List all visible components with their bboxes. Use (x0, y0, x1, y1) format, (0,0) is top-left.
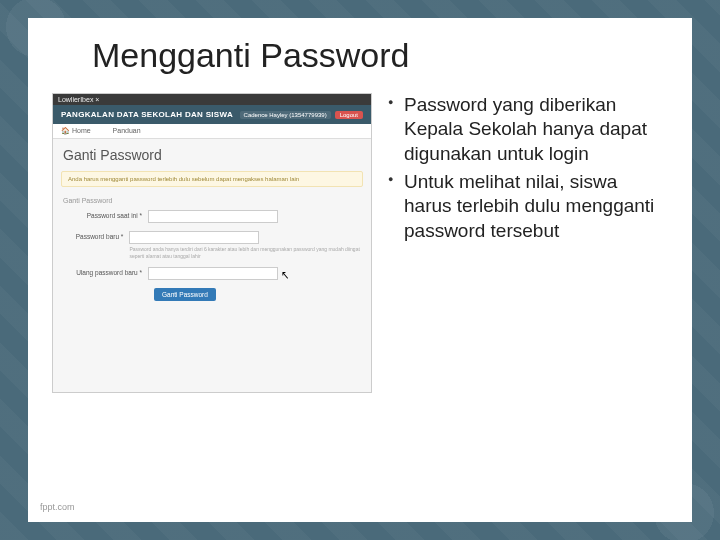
nav-tabs: 🏠 Home Panduan (53, 124, 371, 139)
cursor-icon: ↖ (281, 268, 289, 281)
bullet-item-2: Untuk melihat nilai, siswa harus terlebi… (404, 170, 668, 243)
row-repeat-password: Ulang password baru * (63, 267, 361, 280)
label-new: Password baru * (63, 231, 129, 240)
app-title: PANGKALAN DATA SEKOLAH DAN SISWA (61, 110, 233, 119)
label-current: Password saat ini * (63, 210, 148, 219)
submit-button[interactable]: Ganti Password (154, 288, 216, 301)
bullet-list: Password yang diberikan Kepala Sekolah h… (386, 93, 668, 393)
tab-panduan[interactable]: Panduan (113, 127, 141, 134)
bullet-item-1: Password yang diberikan Kepala Sekolah h… (404, 93, 668, 166)
password-form: Password saat ini * Password baru * Pass… (53, 206, 371, 305)
helper-new-password: Password anda hanya terdiri dari 6 karak… (129, 246, 361, 259)
tab-home-label: Home (72, 127, 91, 134)
logout-button[interactable]: Logout (335, 111, 363, 119)
alert-box: Anda harus mengganti password terlebih d… (61, 171, 363, 187)
section-label: Ganti Password (53, 191, 371, 206)
footer-credit: fppt.com (40, 502, 75, 512)
tab-home[interactable]: 🏠 Home (61, 127, 101, 134)
embedded-screenshot: LowlierIbex × PANGKALAN DATA SEKOLAH DAN… (52, 93, 372, 393)
input-repeat-password[interactable] (148, 267, 278, 280)
slide-body: Mengganti Password LowlierIbex × PANGKAL… (28, 18, 692, 522)
label-repeat: Ulang password baru * (63, 267, 148, 276)
user-badge: Cadence Hayley (1354779939) (240, 111, 331, 119)
app-banner: PANGKALAN DATA SEKOLAH DAN SISWA Cadence… (53, 105, 371, 124)
row-current-password: Password saat ini * (63, 210, 361, 223)
input-new-password[interactable] (129, 231, 259, 244)
row-new-password: Password baru * Password anda hanya terd… (63, 231, 361, 259)
input-current-password[interactable] (148, 210, 278, 223)
browser-tab: LowlierIbex × (53, 94, 371, 105)
slide-title: Mengganti Password (92, 36, 668, 75)
page-heading: Ganti Password (53, 139, 371, 167)
content-row: LowlierIbex × PANGKALAN DATA SEKOLAH DAN… (52, 93, 668, 393)
